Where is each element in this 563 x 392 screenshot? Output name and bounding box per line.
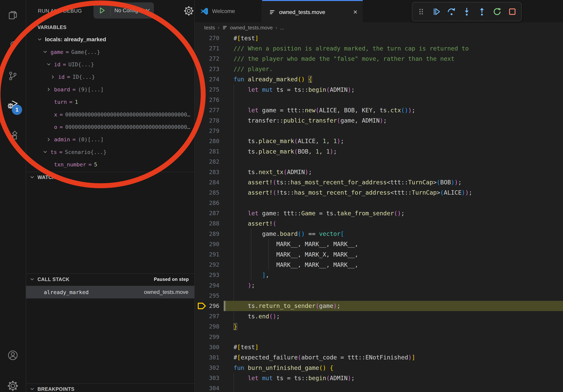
variable-row[interactable]: board=(9)[...] xyxy=(26,83,194,96)
debug-settings-gear-icon[interactable] xyxy=(183,6,194,17)
variable-row[interactable]: txn_number=5 xyxy=(26,158,194,171)
line-number[interactable]: 281 xyxy=(195,148,219,155)
variable-value: 5 xyxy=(94,161,97,168)
line-number[interactable]: 282 xyxy=(195,158,219,165)
code-line: 281 ts.place_mark(BOB, 1, 1); xyxy=(195,146,563,157)
code-line: 275 let mut ts = ts::begin(ADMIN); xyxy=(195,84,563,95)
source-control-icon[interactable] xyxy=(0,65,26,87)
code-line: 285 assert!(!ts::has_most_recent_for_add… xyxy=(195,187,563,198)
line-number[interactable]: 270 xyxy=(195,35,219,41)
chevron-down-icon xyxy=(30,386,35,392)
chevron-down-icon[interactable] xyxy=(43,149,51,155)
code-line: 282 xyxy=(195,157,563,167)
line-number[interactable]: 293 xyxy=(195,272,219,278)
step-out-button[interactable] xyxy=(476,5,488,18)
variable-row[interactable]: o=00000000000000000000000000000000000000… xyxy=(26,121,194,133)
watch-section-header[interactable]: WATCH xyxy=(26,172,194,182)
line-number[interactable]: 271 xyxy=(195,45,219,52)
restart-button[interactable] xyxy=(491,5,503,18)
code-line: 284 assert!(ts::has_most_recent_for_addr… xyxy=(195,177,563,187)
drag-handle-icon[interactable] xyxy=(415,5,427,18)
chevron-down-icon[interactable] xyxy=(43,49,51,54)
search-icon[interactable] xyxy=(0,35,26,56)
line-number[interactable]: 295 xyxy=(195,292,219,299)
chevron-right-icon: › xyxy=(273,25,280,30)
variable-row[interactable]: admin=(0)[...] xyxy=(26,133,194,146)
line-number[interactable]: 294 xyxy=(195,282,219,289)
line-number[interactable]: 292 xyxy=(195,261,219,268)
call-stack-section-header[interactable]: CALL STACK Paused on step xyxy=(26,274,194,285)
tab-label: owned_tests.move xyxy=(279,9,325,15)
breadcrumb-item-tests[interactable]: tests xyxy=(204,25,215,31)
line-number[interactable]: 285 xyxy=(195,189,219,196)
extensions-icon[interactable] xyxy=(0,125,26,146)
line-number[interactable]: 286 xyxy=(195,199,219,206)
variable-row[interactable]: x=00000000000000000000000000000000000000… xyxy=(26,108,194,121)
stop-button[interactable] xyxy=(506,5,519,18)
line-number[interactable]: 277 xyxy=(195,107,219,114)
tab-welcome[interactable]: Welcome xyxy=(195,0,262,22)
line-number[interactable]: 290 xyxy=(195,241,219,248)
line-number[interactable]: 298 xyxy=(195,323,219,330)
line-number[interactable]: 297 xyxy=(195,313,219,320)
call-stack-frame[interactable]: already_marked owned_tests.move xyxy=(26,286,194,299)
variable-row[interactable]: game=Game{...} xyxy=(26,46,194,58)
line-number[interactable]: 304 xyxy=(195,385,219,392)
scope-row[interactable]: locals: already_marked xyxy=(26,33,194,46)
chevron-down-icon[interactable] xyxy=(37,37,45,42)
breadcrumb[interactable]: tests › owned_tests.move › ... xyxy=(195,22,563,33)
line-number[interactable]: 291 xyxy=(195,251,219,258)
line-number[interactable]: 284 xyxy=(195,179,219,186)
code-line: 279 xyxy=(195,126,563,136)
vscode-window: 1 xyxy=(0,0,563,392)
run-and-debug-icon[interactable]: 1 xyxy=(0,94,26,116)
line-number[interactable]: 276 xyxy=(195,96,219,103)
code-line: 292 MARK__, MARK__, MARK__, xyxy=(195,260,563,270)
breakpoints-section-header[interactable]: BREAKPOINTS xyxy=(26,384,194,392)
tab-owned-tests[interactable]: owned_tests.move ✕ xyxy=(262,0,363,23)
code-line: 295 xyxy=(195,290,563,301)
variable-row[interactable]: turn=1 xyxy=(26,96,194,108)
files-icon[interactable] xyxy=(0,4,26,26)
line-number[interactable]: 301 xyxy=(195,354,219,361)
close-icon[interactable]: ✕ xyxy=(353,9,358,15)
variable-row[interactable]: id=UID{...} xyxy=(26,58,194,71)
breadcrumb-item-more[interactable]: ... xyxy=(280,25,284,31)
line-number[interactable]: 278 xyxy=(195,117,219,124)
account-icon[interactable] xyxy=(0,344,26,366)
line-number[interactable]: 272 xyxy=(195,55,219,62)
line-number[interactable]: 274 xyxy=(195,76,219,83)
line-number[interactable]: 283 xyxy=(195,169,219,175)
chevron-right-icon[interactable] xyxy=(46,137,54,142)
chevron-right-icon[interactable] xyxy=(46,87,54,92)
line-number[interactable]: 299 xyxy=(195,334,219,340)
breadcrumb-item-file[interactable]: owned_tests.move xyxy=(230,25,273,31)
variable-row[interactable]: id=ID{...} xyxy=(26,71,194,83)
step-over-button[interactable] xyxy=(445,5,458,18)
line-number[interactable]: 279 xyxy=(195,128,219,134)
step-into-button[interactable] xyxy=(461,5,473,18)
line-number[interactable]: 287 xyxy=(195,210,219,217)
line-number[interactable]: 300 xyxy=(195,344,219,351)
debug-config-dropdown[interactable]: No Configur xyxy=(93,2,154,19)
continue-button[interactable] xyxy=(430,5,443,18)
chevron-right-icon[interactable] xyxy=(50,74,58,79)
code-line: 272/// the player who made the "false" m… xyxy=(195,53,563,64)
line-number[interactable]: 302 xyxy=(195,364,219,371)
line-number[interactable]: 288 xyxy=(195,220,219,227)
code-line: 301#[expected_failure(abort_code = ttt::… xyxy=(195,352,563,363)
variable-value: 1 xyxy=(75,99,78,105)
settings-gear-icon[interactable] xyxy=(0,375,26,392)
line-number[interactable]: 289 xyxy=(195,231,219,237)
line-number[interactable]: 273 xyxy=(195,66,219,72)
start-debug-icon[interactable] xyxy=(93,5,111,16)
variable-value: ID{...} xyxy=(73,74,95,80)
code-editor[interactable]: 270#[test]271/// When a position is alre… xyxy=(195,33,563,392)
variables-section-header[interactable]: VARIABLES xyxy=(26,22,194,32)
vscode-logo-icon xyxy=(200,7,208,15)
variable-row[interactable]: ts=Scenario{...} xyxy=(26,146,194,158)
line-number[interactable]: 275 xyxy=(195,86,219,93)
line-number[interactable]: 280 xyxy=(195,138,219,144)
line-number[interactable]: 303 xyxy=(195,375,219,381)
chevron-down-icon[interactable] xyxy=(46,62,54,67)
